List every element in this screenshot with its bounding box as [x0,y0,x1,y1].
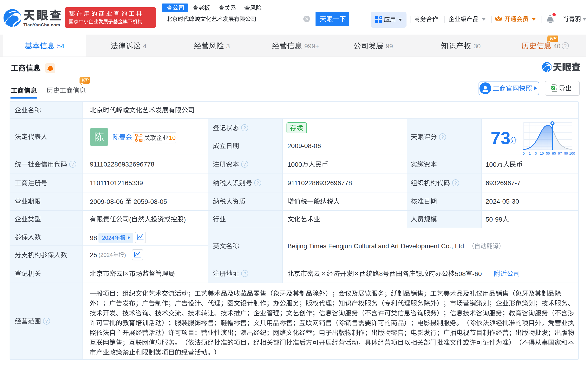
svg-text:(: ( [129,216,131,223]
svg-text:110111012165339: 110111012165339 [90,179,143,187]
svg-text:100: 100 [485,161,496,168]
svg-text:?: ? [564,43,567,48]
svg-text:?: ? [441,135,444,140]
svg-text:99: 99 [564,151,568,155]
svg-text:?: ? [243,271,246,276]
svg-text:911102286932696778: 911102286932696778 [287,179,352,187]
svg-text:15: 15 [540,151,544,155]
svg-text:69326967-7: 69326967-7 [485,179,520,187]
svg-text:?: ? [72,162,74,167]
svg-text:Beijing Times Fengjun Cultural: Beijing Times Fengjun Cultural and Art D… [287,242,464,250]
svg-text:508: 508 [455,270,466,278]
svg-text:3: 3 [226,42,230,50]
svg-text:-60: -60 [472,270,482,278]
svg-text:98: 98 [90,234,97,241]
svg-text:2009-08-06: 2009-08-06 [287,142,321,150]
svg-text:999+: 999+ [304,42,319,50]
svg-text:3: 3 [535,151,537,155]
svg-text:100: 100 [569,151,575,155]
svg-text:85: 85 [552,151,556,155]
svg-text:54: 54 [57,42,64,50]
svg-text:TianYanCha.com: TianYanCha.com [23,22,60,27]
svg-text:99: 99 [386,42,393,50]
svg-text:?: ? [45,319,48,324]
svg-text:VIP: VIP [549,36,557,41]
svg-text:30: 30 [473,42,481,50]
svg-text:4: 4 [143,42,147,50]
svg-text:1: 1 [529,151,531,155]
svg-text:?: ? [454,180,457,185]
svg-text:73: 73 [491,128,511,148]
svg-text:10: 10 [169,134,176,141]
svg-text:2059-08-05: 2059-08-05 [134,198,167,205]
svg-text:): ) [124,252,126,258]
svg-text:0: 0 [523,151,525,155]
svg-text:?: ? [243,162,246,167]
svg-text:(2024: (2024 [98,252,113,258]
svg-text:?: ? [243,125,246,130]
svg-text:97: 97 [558,151,562,155]
svg-text:911102286932696778: 911102286932696778 [90,161,154,168]
svg-text:40: 40 [553,43,560,50]
svg-text:2024: 2024 [102,235,114,241]
svg-text:): ) [184,216,186,223]
svg-text:50-99: 50-99 [485,216,502,223]
svg-text:50: 50 [546,151,550,155]
svg-text:?: ? [257,180,259,185]
svg-text:VIP: VIP [81,78,89,82]
svg-text:1000: 1000 [287,161,302,168]
svg-text:2024-05-30: 2024-05-30 [485,198,519,205]
svg-text:2009-08-06: 2009-08-06 [90,198,123,205]
svg-text:25: 25 [90,251,97,259]
svg-text:8: 8 [379,270,383,278]
